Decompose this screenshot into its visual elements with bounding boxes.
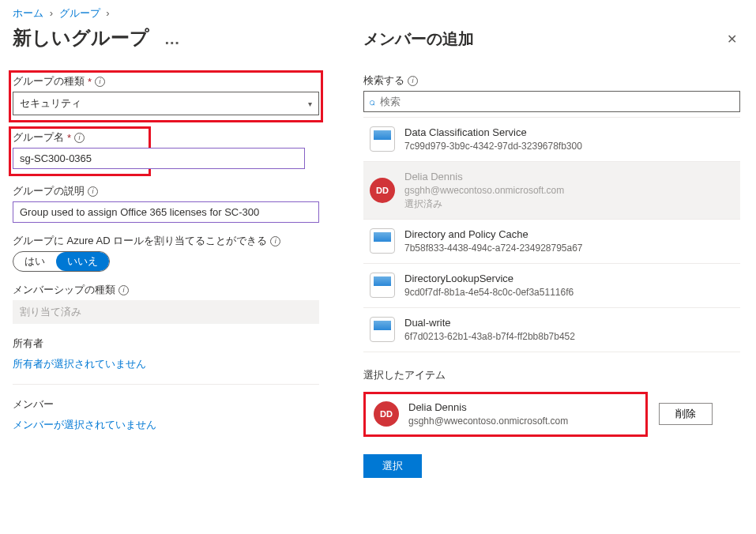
result-row[interactable]: DDDelia Dennisgsghh@wwecontoso.onmicroso… [363, 162, 740, 220]
aad-roles-toggle[interactable]: はい いいえ [13, 251, 110, 272]
search-input[interactable] [378, 95, 735, 108]
owners-label: 所有者 [13, 337, 319, 351]
app-icon [370, 228, 395, 254]
result-sub: 6f7d0213-62b1-43a8-b7f4-ff2bb8b7b452 [404, 330, 575, 344]
chevron-down-icon: ▾ [308, 100, 312, 108]
result-sub: 9cd0f7df-8b1a-4e54-8c0c-0ef3a51116f6 [404, 286, 574, 299]
result-sub: gsghh@wwecontoso.onmicrosoft.com [404, 184, 564, 197]
result-sub: 7c99d979-3b9c-4342-97dd-3239678fb300 [404, 140, 582, 153]
membership-type-value: 割り当て済み [13, 300, 319, 324]
result-name: Delia Dennis [404, 170, 564, 184]
remove-button[interactable]: 削除 [659, 403, 713, 425]
divider [13, 384, 319, 385]
page-title: 新しいグループ … [13, 25, 319, 51]
result-name: Dual-write [404, 316, 575, 330]
more-icon[interactable]: … [164, 30, 181, 47]
selected-item-name: Delia Dennis [408, 400, 568, 415]
result-row[interactable]: Dual-write6f7d0213-62b1-43a8-b7f4-ff2bb8… [363, 308, 740, 352]
highlight-group-type: グループの種類* i セキュリティ ▾ [9, 70, 323, 122]
selected-item-sub: gsghh@wwecontoso.onmicrosoft.com [408, 415, 568, 428]
toggle-no[interactable]: いいえ [56, 252, 109, 271]
toggle-yes[interactable]: はい [13, 252, 56, 271]
result-name: Data Classification Service [404, 126, 582, 140]
avatar: DD [370, 178, 395, 203]
group-desc-label: グループの説明 i [13, 184, 319, 198]
result-name: DirectoryLookupService [404, 272, 574, 286]
already-selected-label: 選択済み [404, 197, 564, 211]
selected-items-label: 選択したアイテム [363, 368, 740, 382]
result-row[interactable]: DirectoryLookupService9cd0f7df-8b1a-4e54… [363, 264, 740, 308]
info-icon[interactable]: i [408, 76, 418, 86]
app-icon [370, 126, 395, 152]
search-box[interactable]: ⌕ [363, 91, 740, 112]
group-name-input[interactable] [13, 148, 305, 169]
result-sub: 7b58f833-4438-494c-a724-234928795a67 [404, 242, 583, 255]
result-row[interactable]: Directory and Policy Cache7b58f833-4438-… [363, 220, 740, 264]
result-row[interactable]: Data Classification Service7c99d979-3b9c… [363, 118, 740, 162]
select-button[interactable]: 選択 [363, 454, 422, 478]
membership-type-label: メンバーシップの種類 i [13, 283, 319, 297]
info-icon[interactable]: i [270, 236, 280, 246]
panel-title: メンバーの追加 [363, 28, 740, 50]
members-empty-link[interactable]: メンバーが選択されていません [13, 419, 156, 431]
info-icon[interactable]: i [88, 186, 98, 197]
search-icon: ⌕ [369, 96, 375, 107]
add-members-panel: ✕ メンバーの追加 検索する i ⌕ Data Classification S… [332, 0, 756, 534]
search-results[interactable]: Data Classification Service7c99d979-3b9c… [363, 117, 740, 354]
app-icon [370, 273, 395, 298]
chevron-right-icon: › [106, 7, 109, 19]
info-icon[interactable]: i [118, 285, 129, 295]
group-desc-input[interactable] [13, 201, 319, 223]
aad-roles-label: グループに Azure AD ロールを割り当てることができる i [13, 234, 319, 248]
group-name-label: グループ名* i [13, 130, 147, 145]
highlight-group-name: グループ名* i [9, 126, 151, 176]
group-type-label: グループの種類* i [13, 74, 319, 88]
breadcrumb-home[interactable]: ホーム [13, 7, 43, 19]
selected-item-highlight: DD Delia Dennis gsghh@wwecontoso.onmicro… [363, 392, 648, 437]
result-name: Directory and Policy Cache [404, 228, 583, 242]
app-icon [370, 317, 395, 342]
avatar: DD [374, 401, 399, 427]
info-icon[interactable]: i [95, 77, 105, 87]
close-icon[interactable]: ✕ [727, 32, 737, 47]
members-label: メンバー [13, 397, 319, 412]
search-label: 検索する i [363, 73, 740, 88]
info-icon[interactable]: i [74, 133, 85, 143]
chevron-right-icon: › [50, 7, 53, 19]
owners-empty-link[interactable]: 所有者が選択されていません [13, 358, 146, 370]
breadcrumb-groups[interactable]: グループ [59, 7, 100, 19]
group-type-select[interactable]: セキュリティ ▾ [13, 92, 319, 115]
breadcrumb: ホーム › グループ › [13, 6, 319, 21]
